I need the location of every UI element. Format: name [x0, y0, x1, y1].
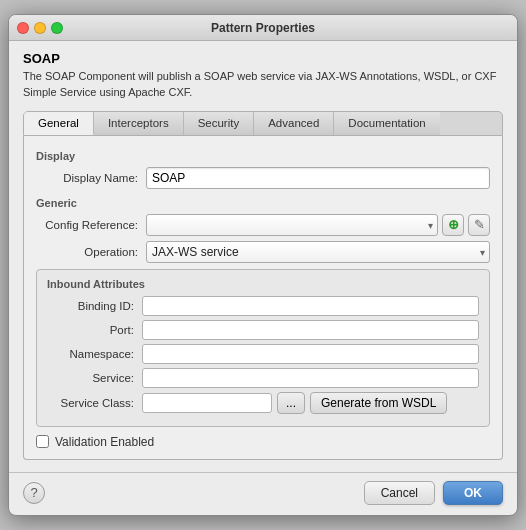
service-input[interactable] [142, 368, 479, 388]
tab-bar: General Interceptors Security Advanced D… [23, 111, 503, 136]
close-button[interactable] [17, 22, 29, 34]
window: Pattern Properties SOAP The SOAP Compone… [8, 14, 518, 516]
validation-row: Validation Enabled [36, 435, 490, 449]
validation-label: Validation Enabled [55, 435, 154, 449]
display-name-input[interactable] [146, 167, 490, 189]
ok-button[interactable]: OK [443, 481, 503, 505]
inbound-title: Inbound Attributes [47, 278, 479, 290]
config-ref-select[interactable] [146, 214, 438, 236]
traffic-lights [17, 22, 63, 34]
generate-wsdl-button[interactable]: Generate from WSDL [310, 392, 447, 414]
tab-general[interactable]: General [24, 112, 94, 135]
namespace-label: Namespace: [47, 348, 142, 360]
panel-content: Display Display Name: Generic Config Ref… [23, 136, 503, 460]
browse-button[interactable]: ... [277, 392, 305, 414]
service-class-row: Service Class: ... Generate from WSDL [47, 392, 479, 414]
edit-config-button[interactable]: ✎ [468, 214, 490, 236]
inbound-section: Inbound Attributes Binding ID: Port: Nam… [36, 269, 490, 427]
window-title: Pattern Properties [211, 21, 315, 35]
operation-row: Operation: JAX-WS service CXF Simple Ser… [36, 241, 490, 263]
edit-icon: ✎ [474, 217, 485, 232]
service-label: Service: [47, 372, 142, 384]
titlebar: Pattern Properties [9, 15, 517, 41]
namespace-row: Namespace: [47, 344, 479, 364]
display-name-label: Display Name: [36, 172, 146, 184]
binding-id-input[interactable] [142, 296, 479, 316]
binding-id-label: Binding ID: [47, 300, 142, 312]
operation-label: Operation: [36, 246, 146, 258]
generic-group-label: Generic [36, 197, 490, 209]
service-class-label: Service Class: [47, 397, 142, 409]
service-class-input[interactable] [142, 393, 272, 413]
help-icon: ? [30, 485, 37, 500]
validation-checkbox[interactable] [36, 435, 49, 448]
config-ref-wrap: ▾ [146, 214, 438, 236]
operation-wrap: JAX-WS service CXF Simple Service ▾ [146, 241, 490, 263]
soap-title: SOAP [23, 51, 503, 66]
namespace-input[interactable] [142, 344, 479, 364]
service-row: Service: [47, 368, 479, 388]
cancel-button[interactable]: Cancel [364, 481, 435, 505]
port-row: Port: [47, 320, 479, 340]
action-buttons: Cancel OK [364, 481, 503, 505]
main-content: SOAP The SOAP Component will publish a S… [9, 41, 517, 472]
port-label: Port: [47, 324, 142, 336]
minimize-button[interactable] [34, 22, 46, 34]
display-group-label: Display [36, 150, 490, 162]
tab-documentation[interactable]: Documentation [334, 112, 439, 135]
bottom-bar: ? Cancel OK [9, 472, 517, 515]
soap-description: The SOAP Component will publish a SOAP w… [23, 69, 503, 101]
tab-interceptors[interactable]: Interceptors [94, 112, 184, 135]
config-ref-label: Config Reference: [36, 219, 146, 231]
tab-advanced[interactable]: Advanced [254, 112, 334, 135]
config-ref-row: Config Reference: ▾ ⊕ ✎ [36, 214, 490, 236]
binding-id-row: Binding ID: [47, 296, 479, 316]
maximize-button[interactable] [51, 22, 63, 34]
help-button[interactable]: ? [23, 482, 45, 504]
operation-select[interactable]: JAX-WS service CXF Simple Service [146, 241, 490, 263]
display-name-row: Display Name: [36, 167, 490, 189]
plus-icon: ⊕ [448, 217, 459, 232]
tab-security[interactable]: Security [184, 112, 255, 135]
port-input[interactable] [142, 320, 479, 340]
add-config-button[interactable]: ⊕ [442, 214, 464, 236]
